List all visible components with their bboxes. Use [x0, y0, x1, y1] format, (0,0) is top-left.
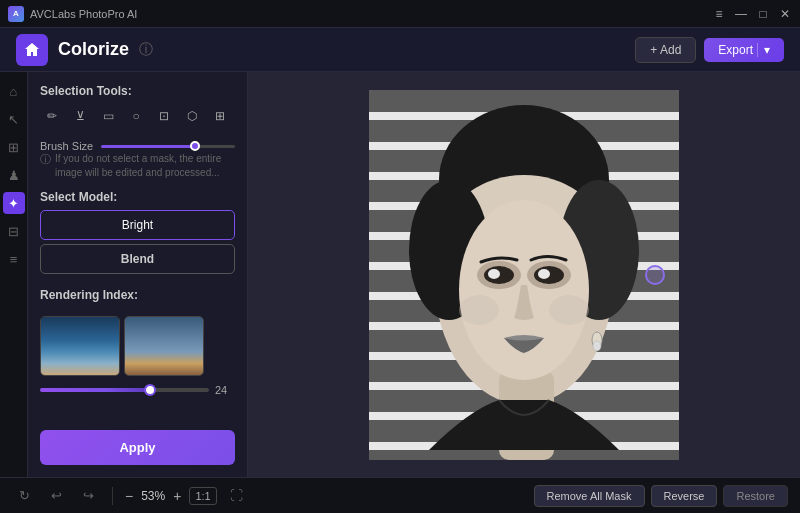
selection-tools-label: Selection Tools: [40, 84, 235, 98]
zoom-value: 53% [141, 489, 165, 503]
zoom-minus-button[interactable]: − [125, 488, 133, 504]
brush-size-label: Brush Size [40, 140, 93, 152]
refresh-icon[interactable]: ↻ [12, 484, 36, 508]
model-bright-button[interactable]: Bright [40, 210, 235, 240]
sidebar-item-filter[interactable]: ⊟ [3, 220, 25, 242]
svg-point-25 [488, 269, 500, 279]
sidebar-item-adjust[interactable]: ≡ [3, 248, 25, 270]
model-blend-button[interactable]: Blend [40, 244, 235, 274]
lasso-tool[interactable]: ⊻ [68, 104, 92, 128]
undo-icon[interactable]: ↩ [44, 484, 68, 508]
selection-tools-section: Selection Tools: ✏ ⊻ ▭ ○ ⊡ ⬡ ⊞ [40, 84, 235, 128]
page-title: Colorize [58, 39, 129, 60]
brush-size-row: Brush Size [40, 140, 235, 152]
redo-icon[interactable]: ↪ [76, 484, 100, 508]
home-button[interactable] [16, 34, 48, 66]
main-area: ⌂ ↖ ⊞ ♟ ✦ ⊟ ≡ Selection Tools: ✏ ⊻ ▭ ○ ⊡… [0, 72, 800, 477]
divider [112, 487, 113, 505]
title-bar: A AVCLabs PhotoPro AI ≡ — □ ✕ [0, 0, 800, 28]
expand-tool[interactable]: ⊞ [208, 104, 232, 128]
polygon-tool[interactable]: ⬡ [180, 104, 204, 128]
fit-icon[interactable]: ⛶ [225, 484, 249, 508]
sidebar-item-home[interactable]: ⌂ [3, 80, 25, 102]
mask-indicator [645, 265, 665, 285]
header-left: Colorize ⓘ [16, 34, 153, 66]
export-button[interactable]: Export ▾ [704, 38, 784, 62]
select-model-label: Select Model: [40, 190, 235, 204]
header-right: + Add Export ▾ [635, 37, 784, 63]
rendering-value: 24 [215, 384, 235, 396]
add-button[interactable]: + Add [635, 37, 696, 63]
pen-tool[interactable]: ✏ [40, 104, 64, 128]
thumbnails-row [40, 316, 235, 376]
rendering-slider[interactable] [40, 388, 209, 392]
rect-tool[interactable]: ▭ [96, 104, 120, 128]
export-label: Export [718, 43, 753, 57]
sidebar-item-person[interactable]: ♟ [3, 164, 25, 186]
zoom-plus-button[interactable]: + [173, 488, 181, 504]
app-title: AVCLabs PhotoPro AI [30, 8, 137, 20]
svg-point-27 [459, 295, 499, 325]
rendering-slider-thumb[interactable] [144, 384, 156, 396]
photo-container [369, 90, 679, 460]
selection-tools-row: ✏ ⊻ ▭ ○ ⊡ ⬡ ⊞ [40, 104, 235, 128]
brush-size-section: Brush Size ⓘ If you do not select a mask… [40, 138, 235, 180]
icon-bar: ⌂ ↖ ⊞ ♟ ✦ ⊟ ≡ [0, 72, 28, 477]
ellipse-tool[interactable]: ○ [124, 104, 148, 128]
portrait-svg [369, 90, 679, 460]
hint-text: ⓘ If you do not select a mask, the entir… [40, 152, 235, 180]
header: Colorize ⓘ + Add Export ▾ [0, 28, 800, 72]
minimize-button[interactable]: — [734, 7, 748, 21]
select-model-section: Select Model: Bright Blend [40, 190, 235, 278]
smart-select-tool[interactable]: ⊡ [152, 104, 176, 128]
restore-button[interactable]: Restore [723, 485, 788, 507]
svg-point-26 [538, 269, 550, 279]
rendering-label: Rendering Index: [40, 288, 235, 302]
rendering-section: Rendering Index: 24 [40, 288, 235, 396]
bottom-bar-right: Remove All Mask Reverse Restore [534, 485, 788, 507]
zoom-1to1-button[interactable]: 1:1 [189, 487, 216, 505]
menu-icon[interactable]: ≡ [712, 7, 726, 21]
svg-point-30 [593, 341, 601, 351]
sidebar-item-layers[interactable]: ⊞ [3, 136, 25, 158]
hint-content: If you do not select a mask, the entire … [55, 152, 235, 180]
info-icon[interactable]: ⓘ [139, 41, 153, 59]
canvas-area[interactable] [248, 72, 800, 477]
bottom-bar-left: ↻ ↩ ↪ − 53% + 1:1 ⛶ [12, 484, 249, 508]
svg-point-28 [549, 295, 589, 325]
rendering-slider-row: 24 [40, 384, 235, 396]
thumbnail-person [124, 316, 204, 376]
sidebar-item-colorize[interactable]: ✦ [3, 192, 25, 214]
apply-button[interactable]: Apply [40, 430, 235, 465]
photo-frame [369, 90, 679, 460]
app-icon: A [8, 6, 24, 22]
title-bar-left: A AVCLabs PhotoPro AI [8, 6, 137, 22]
bottom-bar: ↻ ↩ ↪ − 53% + 1:1 ⛶ Remove All Mask Reve… [0, 477, 800, 513]
hint-icon: ⓘ [40, 152, 51, 180]
sidebar-item-select[interactable]: ↖ [3, 108, 25, 130]
title-bar-controls: ≡ — □ ✕ [712, 7, 792, 21]
reverse-button[interactable]: Reverse [651, 485, 718, 507]
brush-size-slider[interactable] [101, 145, 235, 148]
brush-size-thumb[interactable] [190, 141, 200, 151]
export-chevron-icon[interactable]: ▾ [757, 43, 770, 57]
left-panel: Selection Tools: ✏ ⊻ ▭ ○ ⊡ ⬡ ⊞ Brush Siz… [28, 72, 248, 477]
maximize-button[interactable]: □ [756, 7, 770, 21]
thumbnail-mountain [40, 316, 120, 376]
remove-mask-button[interactable]: Remove All Mask [534, 485, 645, 507]
close-button[interactable]: ✕ [778, 7, 792, 21]
